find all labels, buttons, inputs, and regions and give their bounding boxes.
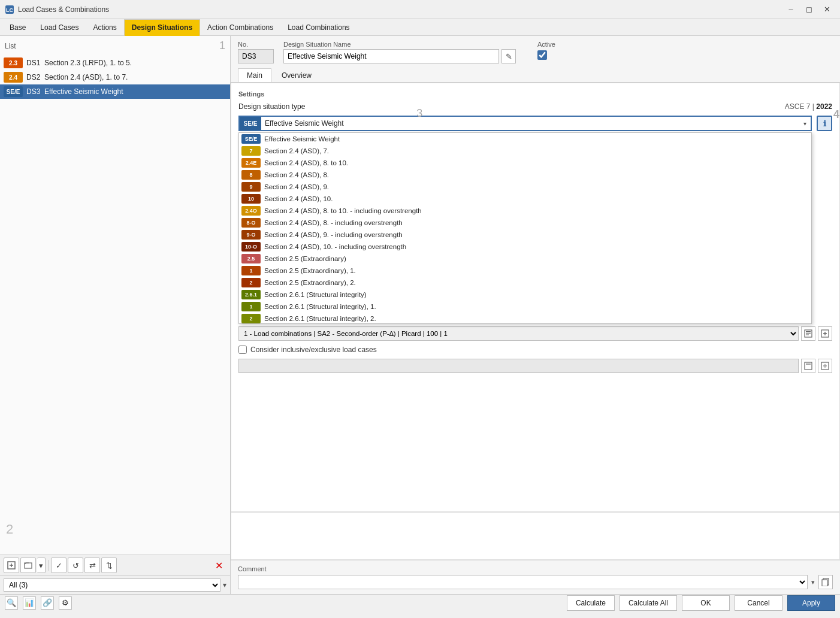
ds-std: ASCE 7 | 2022	[785, 102, 832, 111]
settings-label: Settings	[238, 90, 832, 98]
new-btn[interactable]	[4, 558, 19, 573]
dropdown-item[interactable]: 2.4ESection 2.4 (ASD), 8. to 10.	[239, 157, 811, 169]
di-badge: 7	[241, 146, 261, 156]
check-btn[interactable]: ✓	[51, 558, 67, 573]
combo-add-btn[interactable]	[818, 326, 832, 341]
comment-copy-btn[interactable]	[818, 575, 833, 589]
dropdown-item[interactable]: 1Section 2.6.1 (Structural integrity), 1…	[239, 301, 811, 313]
dropdown-item[interactable]: 1Section 2.5 (Extraordinary), 1.	[239, 265, 811, 277]
di-text: Section 2.4 (ASD), 9.	[264, 183, 329, 190]
dropdown-item[interactable]: 2.6.1Section 2.6.1 (Structural integrity…	[239, 289, 811, 301]
calculate-button[interactable]: Calculate	[567, 595, 615, 611]
di-badge: 9	[241, 182, 261, 192]
comment-label: Comment	[238, 565, 833, 572]
search-icon[interactable]: 🔍	[5, 596, 18, 610]
filter-select[interactable]: All (3)	[4, 578, 220, 592]
tab-load-cases[interactable]: Load Cases	[33, 19, 86, 36]
di-text: Section 2.6.1 (Structural integrity), 2.	[264, 315, 376, 322]
tab-base[interactable]: Base	[2, 19, 33, 36]
list-label: List	[5, 42, 16, 50]
di-text: Section 2.4 (ASD), 8. to 10. - including…	[264, 207, 422, 214]
dropdown-item[interactable]: 2Section 2.5 (Extraordinary), 2.	[239, 277, 811, 289]
edit-name-button[interactable]: ✎	[501, 49, 516, 63]
combo-select[interactable]: 1 - Load combinations | SA2 - Second-ord…	[238, 326, 799, 341]
inclusive-checkbox[interactable]	[238, 346, 247, 354]
open-dropdown-btn[interactable]: ▾	[37, 558, 46, 573]
cancel-button[interactable]: Cancel	[735, 595, 782, 611]
no-input[interactable]	[238, 49, 274, 63]
move-btn[interactable]: ⇄	[84, 558, 100, 573]
dropdown-item[interactable]: 2.5Section 2.5 (Extraordinary)	[239, 253, 811, 265]
tab-load-combinations[interactable]: Load Combinations	[280, 19, 356, 36]
right-panel: No. Design Situation Name ✎ Active Main …	[231, 36, 840, 594]
dropdown-item[interactable]: 7Section 2.4 (ASD), 7.	[239, 145, 811, 157]
tab-design-situations[interactable]: Design Situations	[124, 19, 200, 36]
extra-area	[231, 512, 840, 560]
name-input[interactable]	[283, 49, 499, 63]
dropdown-item[interactable]: 2.4OSection 2.4 (ASD), 8. to 10. - inclu…	[239, 205, 811, 217]
comment-select[interactable]	[238, 575, 808, 589]
di-text: Section 2.5 (Extraordinary), 2.	[264, 279, 356, 286]
di-badge: 2.5	[241, 254, 261, 263]
tab-actions[interactable]: Actions	[86, 19, 123, 36]
list-item[interactable]: 2.3 DS1 Section 2.3 (LRFD), 1. to 5.	[0, 56, 230, 70]
dropdown-item[interactable]: 8-OSection 2.4 (ASD), 8. - including ove…	[239, 217, 811, 229]
info-button[interactable]: ℹ 4	[817, 116, 832, 131]
list-item-selected[interactable]: SE/E DS3 Effective Seismic Weight	[0, 84, 230, 99]
list-header: List 1	[0, 36, 230, 56]
check-row: Consider inclusive/exclusive load cases	[238, 346, 832, 354]
dropdown-item[interactable]: 9-OSection 2.4 (ASD), 9. - including ove…	[239, 229, 811, 241]
separator	[48, 560, 49, 571]
window-controls: – ◻ ✕	[782, 2, 835, 17]
minimize-button[interactable]: –	[782, 2, 799, 17]
active-checkbox[interactable]	[537, 50, 547, 60]
dropdown-container: SE/E Effective Seismic Weight ▾ SE/EEffe…	[238, 116, 812, 131]
refresh-btn[interactable]: ↺	[68, 558, 83, 573]
link-icon[interactable]: 🔗	[41, 596, 54, 610]
settings-area: Settings Design situation type ASCE 7 | …	[231, 83, 840, 512]
di-text: Section 2.5 (Extraordinary), 1.	[264, 267, 356, 274]
gear-icon[interactable]: ⚙	[59, 596, 72, 610]
list-item[interactable]: 2.4 DS2 Section 2.4 (ASD), 1. to 7.	[0, 70, 230, 84]
delete-btn[interactable]: ✕	[211, 558, 226, 573]
dropdown-item[interactable]: 10-OSection 2.4 (ASD), 10. - including o…	[239, 241, 811, 253]
sort-btn[interactable]: ⇅	[101, 558, 117, 573]
dropdown-item[interactable]: 10Section 2.4 (ASD), 10.	[239, 193, 811, 205]
name-row: ✎	[283, 49, 516, 63]
combo-edit-btn[interactable]	[801, 326, 815, 341]
svg-rect-13	[805, 362, 812, 369]
detail-tabs: Main Overview	[231, 66, 840, 83]
svg-rect-9	[806, 335, 809, 335]
ok-button[interactable]: OK	[682, 595, 730, 611]
stats-icon[interactable]: 📊	[23, 596, 36, 610]
item-label-ds2: DS2 Section 2.4 (ASD), 1. to 7.	[26, 73, 128, 81]
tab-overview[interactable]: Overview	[273, 68, 321, 82]
apply-button[interactable]: Apply	[787, 595, 835, 611]
dropdown-item[interactable]: 2Section 2.6.1 (Structural integrity), 2…	[239, 313, 811, 324]
dropdown-item[interactable]: 9Section 2.4 (ASD), 9.	[239, 181, 811, 193]
calculate-all-button[interactable]: Calculate All	[620, 595, 677, 611]
filter-row: All (3) ▾	[0, 575, 230, 594]
dropdown-trigger[interactable]: SE/E Effective Seismic Weight ▾	[238, 116, 812, 131]
badge-ds3: SE/E	[4, 86, 23, 97]
disabled-edit-btn[interactable]	[801, 359, 815, 373]
tab-action-combinations[interactable]: Action Combinations	[200, 19, 280, 36]
no-label: No.	[238, 41, 274, 48]
di-text: Section 2.4 (ASD), 8.	[264, 171, 329, 178]
dropdown-item[interactable]: SE/EEffective Seismic Weight	[239, 133, 811, 145]
status-bar: 🔍 📊 🔗 ⚙ Calculate Calculate All OK Cance…	[0, 594, 840, 611]
comment-row: ▾	[238, 575, 833, 589]
di-badge: 9-O	[241, 230, 261, 240]
tab-main[interactable]: Main	[238, 68, 271, 82]
close-button[interactable]: ✕	[818, 2, 835, 17]
di-badge: 2	[241, 314, 261, 323]
main-layout: List 1 2.3 DS1 Section 2.3 (LRFD), 1. to…	[0, 36, 840, 594]
dropdown-arrow-icon: ▾	[799, 120, 811, 127]
open-btn[interactable]	[20, 558, 36, 573]
disabled-add-btn[interactable]	[818, 359, 832, 373]
disabled-input	[238, 359, 799, 373]
dropdown-item[interactable]: 8Section 2.4 (ASD), 8.	[239, 169, 811, 181]
active-label: Active	[537, 41, 555, 48]
di-text: Section 2.4 (ASD), 9. - including overst…	[264, 231, 403, 238]
restore-button[interactable]: ◻	[800, 2, 817, 17]
